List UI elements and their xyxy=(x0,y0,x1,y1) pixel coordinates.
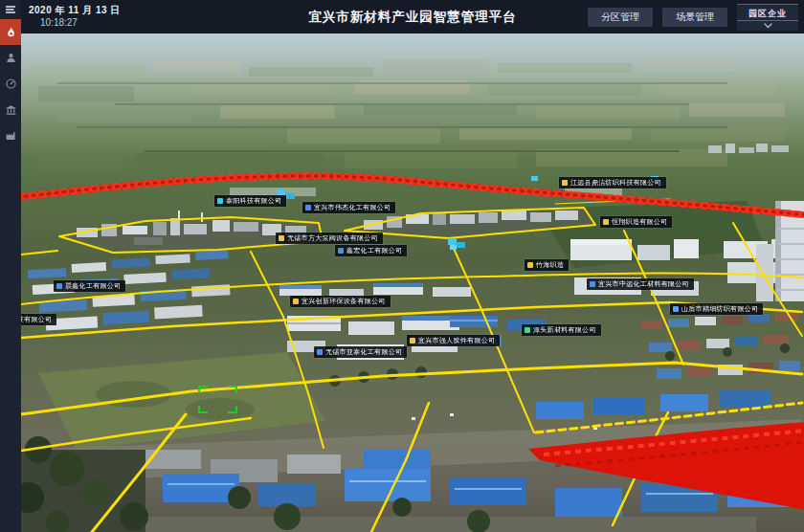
sidebar-item-monitoring[interactable] xyxy=(0,71,21,97)
sidebar-item-personnel[interactable] xyxy=(0,45,21,71)
company-marker-icon xyxy=(410,338,415,344)
enterprise-dropdown-label: 园区企业 xyxy=(748,8,787,20)
company-marker-icon xyxy=(603,219,609,225)
company-marker-icon xyxy=(293,299,299,304)
company-name: 潭头新材料有限公司 xyxy=(533,324,596,336)
sidebar-item-statistics[interactable] xyxy=(0,122,21,148)
person-icon xyxy=(5,52,17,64)
bank-icon xyxy=(5,103,17,116)
company-name: 宜兴市创达科技有限公司 xyxy=(21,314,52,325)
building-label[interactable]: 泰阳科技有限公司 xyxy=(214,195,286,207)
building-label[interactable]: 江远县鼎洁纺织科技有限公司 xyxy=(559,177,666,188)
left-sidebar xyxy=(0,0,21,532)
current-date: 2020 年 11 月 13 日 xyxy=(29,6,121,15)
company-name: 泰阳科技有限公司 xyxy=(226,195,281,207)
company-name: 无锡市亚泰化工有限公司 xyxy=(325,346,402,358)
company-marker-icon xyxy=(338,248,344,254)
gauge-icon xyxy=(5,78,17,90)
building-label[interactable]: 竹海织造 xyxy=(525,259,569,271)
chevron-down-icon xyxy=(764,22,772,30)
company-name: 宜兴市强人胶件有限公司 xyxy=(418,335,495,346)
company-marker-icon xyxy=(56,283,62,289)
app-window: 泰阳科技有限公司宜兴市伟杰化工有限公司江远县鼎洁纺织科技有限公司恒翔织造有限公司… xyxy=(0,0,804,532)
building-label[interactable]: 宜兴市创达科技有限公司 xyxy=(21,314,56,325)
company-name: 宜兴市伟杰化工有限公司 xyxy=(314,202,391,213)
building-label[interactable]: 山后市精细纺织有限公司 xyxy=(670,303,763,315)
company-marker-icon xyxy=(305,205,311,211)
hamburger-icon xyxy=(5,4,16,15)
building-label[interactable]: 宜兴市中远化工材料有限公司 xyxy=(587,278,694,290)
building-label[interactable]: 恒翔织造有限公司 xyxy=(600,216,672,228)
building-label[interactable]: 晨鑫化工有限公司 xyxy=(54,280,125,292)
company-name: 鑫宏化工有限公司 xyxy=(346,245,402,256)
building-label[interactable]: 宜兴市伟杰化工有限公司 xyxy=(302,202,395,213)
company-marker-icon xyxy=(217,198,223,204)
sidebar-item-enterprise[interactable] xyxy=(0,97,21,122)
company-marker-icon xyxy=(527,262,533,268)
flame-icon xyxy=(5,26,17,38)
company-name: 宜兴市中远化工材料有限公司 xyxy=(598,278,689,290)
building-label[interactable]: 鑫宏化工有限公司 xyxy=(335,245,407,256)
scene-management-button[interactable]: 场景管理 xyxy=(662,8,727,27)
company-marker-icon xyxy=(590,281,595,287)
company-name: 晨鑫化工有限公司 xyxy=(65,280,121,292)
topbar-actions: 分区管理 场景管理 园区企业 xyxy=(588,0,798,33)
building-label[interactable]: 无锡市亚泰化工有限公司 xyxy=(314,346,407,358)
company-name: 山后市精细纺织有限公司 xyxy=(681,303,758,315)
top-bar: 2020 年 11 月 13 日 10:18:27 宜兴市新材料产业园智慧管理平… xyxy=(21,0,804,33)
app-title: 宜兴市新材料产业园智慧管理平台 xyxy=(308,9,517,26)
company-name: 宜兴创新环保设备有限公司 xyxy=(302,296,386,307)
sidebar-item-alarm[interactable] xyxy=(0,19,21,45)
building-label[interactable]: 宜兴市强人胶件有限公司 xyxy=(407,335,500,346)
building-label[interactable]: 宜兴创新环保设备有限公司 xyxy=(290,296,391,307)
enterprise-dropdown[interactable]: 园区企业 xyxy=(737,4,798,31)
current-time: 10:18:27 xyxy=(40,18,121,28)
company-name: 江远县鼎洁纺织科技有限公司 xyxy=(570,177,661,188)
company-marker-icon xyxy=(525,327,530,333)
company-marker-icon xyxy=(279,235,284,241)
company-marker-icon xyxy=(317,349,323,355)
factory-icon xyxy=(5,129,17,142)
company-name: 恒翔织造有限公司 xyxy=(612,216,667,228)
company-marker-icon xyxy=(562,180,568,186)
zone-management-button[interactable]: 分区管理 xyxy=(588,8,653,27)
company-name: 无锡市方大泵阀设备有限公司 xyxy=(287,233,378,244)
building-label[interactable]: 无锡市方大泵阀设备有限公司 xyxy=(276,233,383,244)
menu-button[interactable] xyxy=(0,0,21,19)
building-label[interactable]: 潭头新材料有限公司 xyxy=(522,324,601,336)
company-marker-icon xyxy=(673,306,679,312)
datetime-block: 2020 年 11 月 13 日 10:18:27 xyxy=(29,6,121,28)
company-name: 竹海织造 xyxy=(536,259,564,271)
